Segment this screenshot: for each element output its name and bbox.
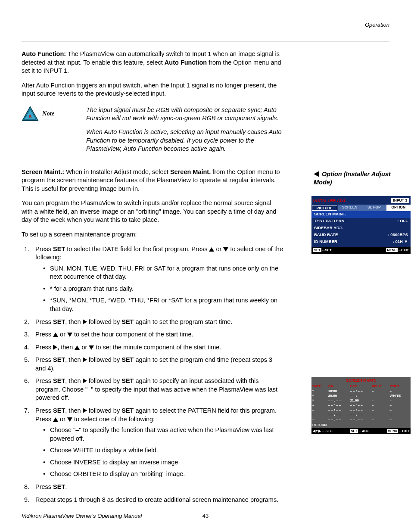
td: – – : – –	[349, 389, 371, 393]
footer-set-pill: SET	[350, 429, 358, 433]
osd-title: INSTALLER ADJ.	[313, 198, 391, 203]
screen-maint-lead: Screen Maint.:	[22, 168, 64, 175]
osd-table-header-row: DATE ON OFF INPUT PTRN.	[311, 384, 411, 389]
osd-item-value: : OFF	[397, 218, 408, 224]
note-text: The input signal must be RGB with compos…	[86, 106, 283, 159]
page-number: 43	[202, 513, 209, 519]
down-arrow-icon	[223, 247, 228, 252]
para-after: After Auto Function triggers an input sw…	[22, 81, 283, 98]
text: then	[61, 344, 75, 351]
sub-item: *SUN, *MON, *TUE, *WED, *THU, *FRI or *S…	[43, 296, 283, 313]
td: –	[371, 393, 389, 398]
footer-adj-text: ··· ADJ.	[358, 429, 369, 433]
text: to select one of the following:	[72, 416, 155, 423]
td: – – : – –	[349, 408, 371, 412]
step-3: Press or to set the hour component of th…	[31, 330, 283, 339]
text: followed by	[87, 407, 122, 414]
footer-sel: ◀✦▶ ··· SEL.	[313, 429, 333, 433]
step-9: Repeat steps 1 through 8 as desired to c…	[31, 496, 283, 504]
table-row: *– – : – –21:00––	[311, 398, 411, 403]
osd-tab-option: OPTION	[386, 205, 411, 211]
right-arrow-icon	[83, 408, 87, 413]
step7-sublist: Choose "–" to specify the function that …	[35, 426, 283, 479]
text: , then	[65, 318, 82, 325]
td: – – : – –	[327, 408, 349, 412]
text: followed by	[87, 356, 122, 363]
osd-footer-set-text: ···SET	[322, 248, 332, 252]
td: –	[389, 412, 411, 417]
step-1: Press SET to select the DATE field for t…	[31, 245, 283, 314]
sub-item: Choose ORBITER to display an "orbiting" …	[43, 470, 283, 479]
step-7: Press SET, then followed by SET again to…	[31, 407, 283, 479]
osd-item: SCREEN MAINT.	[311, 211, 411, 218]
osd-item-label: TEST PATTERN	[314, 218, 344, 224]
para-setup-lead: To set up a screen maintenance program:	[22, 230, 283, 239]
td: – – : – –	[327, 398, 349, 403]
right-arrow-icon	[53, 345, 57, 350]
text: followed by	[87, 377, 122, 384]
sub-item: SUN, MON, TUE, WED, THU, FRI or SAT for …	[43, 264, 283, 281]
osd-table-title: SCREEN MAINT.	[311, 377, 411, 384]
header-section: Operation	[365, 22, 389, 28]
text: or	[58, 331, 67, 338]
sub-item: * for a program that runs daily.	[43, 285, 283, 293]
osd-installer-menu: INSTALLER ADJ. INPUT 3 PICTURE SCREEN SE…	[311, 196, 411, 254]
td: 10:00	[327, 389, 349, 393]
td: – – : – –	[349, 393, 371, 398]
text: Press	[35, 377, 53, 384]
td: –	[311, 417, 327, 422]
note-p2: When Auto Function is active, selecting …	[86, 128, 283, 153]
td: –	[389, 417, 411, 422]
text: again to set the program start time.	[134, 318, 232, 325]
td: –	[371, 412, 389, 417]
text: , then	[65, 356, 82, 363]
text: Press	[35, 483, 53, 490]
osd-item: SIDEBAR ADJ.	[311, 225, 411, 232]
set-label: SET	[121, 318, 134, 325]
table-row: –– – : – –– – : – –––	[311, 417, 411, 422]
step1-sublist: SUN, MON, TUE, WED, THU, FRI or SAT for …	[35, 264, 283, 314]
td: – – : – –	[349, 403, 371, 408]
osd-table-grid: DATE ON OFF INPUT PTRN. *10:00– – : – ––…	[311, 384, 411, 428]
set-label: SET	[53, 356, 65, 363]
osd-item-label: SIDEBAR ADJ.	[314, 225, 343, 231]
step-2: Press SET, then followed by SET again to…	[31, 318, 283, 327]
table-row: –– – : – –– – : – –––	[311, 412, 411, 417]
osd-table-footer: ◀✦▶ ··· SEL. SET··· ADJ. MENU··· EXIT	[311, 428, 411, 434]
td: –	[371, 389, 389, 393]
set-label: SET	[121, 377, 134, 384]
osd-item-value: : 01H ▼	[393, 239, 408, 245]
td: – – : – –	[349, 412, 371, 417]
td: –	[371, 408, 389, 412]
osd-tab-setup: SET-UP	[362, 205, 386, 211]
osd-screen-maint-table: SCREEN MAINT. DATE ON OFF INPUT PTRN. *1…	[311, 377, 411, 434]
td: –	[311, 403, 327, 408]
set-label: SET	[121, 356, 134, 363]
osd-tab-picture: PICTURE	[312, 205, 337, 211]
sub-item: Choose "–" to specify the function that …	[43, 426, 283, 443]
down-arrow-icon	[67, 333, 72, 337]
text: Press	[35, 246, 53, 252]
para-program: You can program the PlasmaView to switch…	[22, 199, 283, 224]
step-4: Press , then or to set the minute compon…	[31, 343, 283, 352]
step-5: Press SET, then followed by SET again to…	[31, 356, 283, 373]
osd-item: TEST PATTERN: OFF	[311, 218, 411, 225]
osd-footer-menu-pill: MENU	[386, 248, 397, 252]
osd-input-badge: INPUT 3	[391, 198, 409, 203]
osd-footer-set-pill: SET	[313, 248, 321, 252]
osd-item: BAUD RATE: 9600BPS	[311, 232, 411, 239]
td: *	[311, 398, 327, 403]
td: –	[371, 417, 389, 422]
set-label: SET	[53, 318, 65, 325]
text: or	[80, 344, 89, 351]
para-auto-function: Auto Function: The PlasmaView can automa…	[22, 50, 283, 75]
comma: ,	[57, 344, 61, 351]
osd-item-label: ID NUMBER	[314, 239, 337, 245]
sub-item: Choose INVERSE to display an inverse ima…	[43, 458, 283, 467]
text: Press	[35, 407, 53, 414]
up-arrow-icon	[75, 345, 80, 350]
header-rule	[22, 41, 389, 41]
th: OFF	[349, 384, 371, 389]
text: to select the DATE field for the first p…	[65, 246, 209, 252]
td: –	[389, 389, 411, 393]
